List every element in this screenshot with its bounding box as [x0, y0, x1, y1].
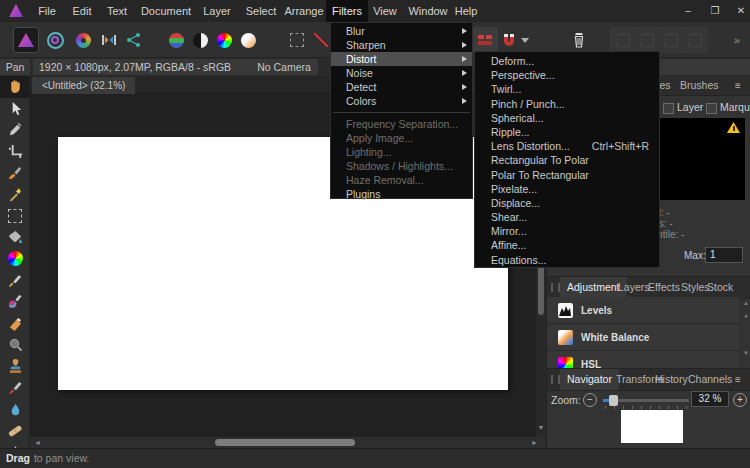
photo-persona-button[interactable] — [13, 27, 39, 53]
minimize-button[interactable]: – — [679, 0, 697, 22]
horizontal-scrollbar[interactable]: ◄ ► — [30, 437, 546, 448]
insertion-options-button[interactable] — [472, 27, 498, 53]
selection-mode-button[interactable] — [284, 27, 310, 53]
view-tool-button[interactable] — [0, 76, 30, 98]
submenu-item-pixelate[interactable]: Pixelate... — [475, 182, 659, 196]
snapping-dropdown-caret-icon[interactable] — [521, 38, 529, 43]
healing-brush-tool-button[interactable] — [0, 420, 30, 442]
menu-view[interactable]: View — [369, 0, 401, 22]
auto-white-balance-button[interactable] — [235, 27, 261, 53]
zoom-slider-handle[interactable] — [609, 395, 618, 406]
crop-tool-button[interactable] — [0, 141, 30, 163]
burn-brush-tool-button[interactable] — [0, 377, 30, 399]
liquify-persona-button[interactable] — [42, 27, 68, 53]
selection-brush-tool-button[interactable] — [0, 162, 30, 184]
list-scroll-up-icon[interactable]: ▲ — [741, 300, 750, 306]
menu-item-plugins[interactable]: Plugins — [331, 187, 472, 201]
zoom-value-input[interactable]: 32 % — [691, 391, 729, 407]
submenu-item-ripple[interactable]: Ripple... — [475, 125, 659, 139]
horizontal-scrollbar-thumb[interactable] — [215, 439, 355, 446]
erase-brush-tool-button[interactable] — [0, 313, 30, 335]
close-button[interactable]: ✕ — [732, 0, 750, 22]
move-tool-button[interactable] — [0, 98, 30, 120]
tab-effects[interactable]: Effects — [648, 277, 680, 298]
dodge-brush-tool-button[interactable] — [0, 334, 30, 356]
tab-channels[interactable]: Channels — [688, 369, 732, 390]
zoom-out-button[interactable]: − — [583, 393, 597, 407]
menu-item-colors[interactable]: Colors — [331, 94, 472, 108]
marquee-tool-button[interactable] — [0, 205, 30, 227]
panel-grip-icon[interactable] — [551, 375, 560, 384]
submenu-item-rectangular-to-polar[interactable]: Rectangular To Polar — [475, 153, 659, 167]
submenu-item-deform[interactable]: Deform... — [475, 54, 659, 68]
tab-stock[interactable]: Stock — [707, 277, 733, 298]
document-tab[interactable]: <Untitled> (32.1%) — [32, 77, 135, 94]
color-replacement-brush-tool-button[interactable] — [0, 291, 30, 313]
submenu-item-lens-distortion[interactable]: Lens Distortion...Ctrl+Shift+R — [475, 139, 659, 153]
gradient-tool-button[interactable] — [0, 248, 30, 270]
submenu-item-mirror[interactable]: Mirror... — [475, 224, 659, 238]
submenu-item-equations[interactable]: Equations... — [475, 253, 659, 267]
adjustment-item-levels[interactable]: Levels — [547, 297, 739, 324]
paint-brush-tool-button[interactable] — [0, 270, 30, 292]
menu-help[interactable]: Help — [450, 0, 482, 22]
menu-file[interactable]: File — [32, 0, 62, 22]
submenu-item-perspective[interactable]: Perspective... — [475, 68, 659, 82]
submenu-item-displace[interactable]: Displace... — [475, 196, 659, 210]
submenu-item-affine[interactable]: Affine... — [475, 238, 659, 252]
flood-fill-tool-button[interactable] — [0, 227, 30, 249]
assistant-button[interactable] — [566, 27, 592, 53]
menu-item-noise[interactable]: Noise — [331, 66, 472, 80]
list-scroll-down-icon[interactable]: ▼ — [741, 350, 750, 356]
max-input[interactable]: 1 — [705, 247, 743, 263]
menu-select[interactable]: Select — [242, 0, 280, 22]
menu-edit[interactable]: Edit — [67, 0, 97, 22]
tab-brushes[interactable]: Brushes — [680, 76, 719, 95]
menu-item-sharpen[interactable]: Sharpen — [331, 38, 472, 52]
navigator-preview[interactable] — [547, 414, 750, 448]
tab-adjustment[interactable]: Adjustment — [560, 277, 627, 298]
tone-mapping-persona-button[interactable] — [96, 27, 122, 53]
menu-document[interactable]: Document — [137, 0, 195, 22]
marquee-checkbox[interactable] — [706, 103, 717, 114]
submenu-item-spherical[interactable]: Spherical... — [475, 111, 659, 125]
submenu-item-twirl[interactable]: Twirl... — [475, 82, 659, 96]
menu-item-distort[interactable]: Distort — [331, 52, 472, 66]
tab-styles[interactable]: Styles — [681, 277, 710, 298]
auto-colours-button[interactable] — [211, 27, 237, 53]
scroll-left-icon[interactable]: ◄ — [34, 437, 41, 448]
navigator-page-thumbnail[interactable] — [621, 410, 683, 443]
maximize-button[interactable]: ❐ — [706, 0, 724, 22]
menu-item-detect[interactable]: Detect — [331, 80, 472, 94]
color-picker-tool-button[interactable] — [0, 119, 30, 141]
tab-history[interactable]: History — [655, 369, 688, 390]
menu-text[interactable]: Text — [102, 0, 132, 22]
menu-item-blur[interactable]: Blur — [331, 24, 472, 38]
submenu-item-pinch-punch[interactable]: Pinch / Punch... — [475, 97, 659, 111]
snapping-button[interactable] — [496, 27, 522, 53]
zoom-slider-track[interactable] — [603, 399, 689, 402]
adjustment-item-white-balance[interactable]: White Balance — [547, 324, 739, 351]
panel-grip-icon[interactable] — [551, 283, 560, 292]
flood-select-tool-button[interactable] — [0, 184, 30, 206]
layer-checkbox[interactable] — [663, 103, 674, 114]
zoom-in-button[interactable]: + — [733, 393, 747, 407]
submenu-item-shear[interactable]: Shear... — [475, 210, 659, 224]
tab-layers[interactable]: Layers — [618, 277, 650, 298]
clone-stamp-tool-button[interactable] — [0, 356, 30, 378]
panel-menu-icon[interactable]: ≡ — [735, 80, 741, 91]
auto-levels-button[interactable] — [163, 27, 189, 53]
menu-filters[interactable]: Filters — [326, 0, 368, 22]
smudge-tool-button[interactable] — [0, 399, 30, 421]
panel-menu-icon[interactable]: ≡ — [735, 374, 741, 385]
menu-layer[interactable]: Layer — [198, 0, 236, 22]
scroll-down-icon[interactable]: ▼ — [538, 422, 545, 433]
submenu-item-polar-to-rectangular[interactable]: Polar To Rectangular — [475, 168, 659, 182]
auto-contrast-button[interactable] — [187, 27, 213, 53]
export-persona-button[interactable] — [121, 27, 147, 53]
tab-navigator[interactable]: Navigator — [560, 369, 619, 390]
menu-window[interactable]: Window — [404, 0, 452, 22]
menu-arrange[interactable]: Arrange — [282, 0, 326, 22]
develop-persona-button[interactable] — [70, 27, 96, 53]
toolbar-overflow-button[interactable]: » — [734, 27, 740, 53]
